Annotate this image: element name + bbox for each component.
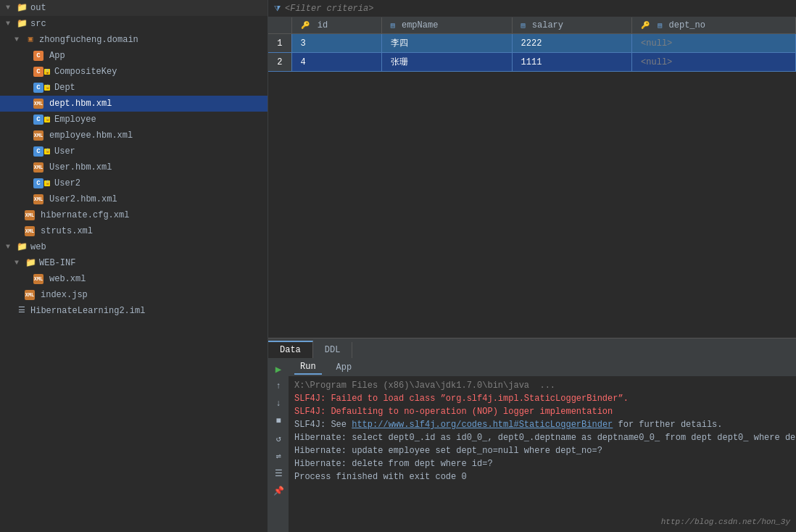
filter-icon: ⧩ xyxy=(274,4,281,13)
tree-item-User[interactable]: C 🔒 User xyxy=(0,144,268,159)
tree-item-User-hbm[interactable]: XML User.hbm.xml xyxy=(0,159,268,175)
arrow-hibernate-cfg xyxy=(14,211,23,220)
run-button[interactable]: ▶ xyxy=(270,361,286,377)
col-label-dept_no: dept_no xyxy=(669,20,705,30)
cell-id: 3 xyxy=(291,34,381,53)
icon-composite-CompositeKey: C 🔒 xyxy=(33,67,50,77)
arrow-App xyxy=(23,51,32,60)
lock-icon-User: 🔒 xyxy=(44,149,50,154)
down-button[interactable]: ↓ xyxy=(270,396,286,412)
tree-label-User2-hbm: User2.hbm.xml xyxy=(49,194,117,204)
row-num-header xyxy=(268,17,291,34)
console-line: Hibernate: update employee set dept_no=n… xyxy=(294,444,796,457)
icon-composite-Dept: C 🔒 xyxy=(33,83,50,93)
arrow-User-hbm xyxy=(23,163,32,172)
console-link[interactable]: http://www.slf4j.org/codes.html#StaticLo… xyxy=(352,420,613,430)
tree-label-iml: HibernateLearning2.iml xyxy=(30,306,145,316)
arrow-User2 xyxy=(23,179,32,188)
class-icon-CompositeKey: C xyxy=(33,67,43,77)
xml-icon-web-xml: XML xyxy=(33,274,43,284)
folder-icon-out: 📁 xyxy=(16,2,28,14)
wrap-button[interactable]: ⇌ xyxy=(270,448,286,464)
class-icon-Employee: C xyxy=(33,115,43,125)
console-header: Run App xyxy=(289,359,796,376)
console-area: Run App X:\Program Files (x86)\Java\jdk1… xyxy=(289,358,796,532)
folder-icon-WEB-INF: 📁 xyxy=(25,257,36,269)
arrow-Employee xyxy=(23,115,32,124)
console-app-tab[interactable]: App xyxy=(331,361,358,374)
tree-item-web-xml[interactable]: XML web.xml xyxy=(0,271,268,287)
console-line: X:\Program Files (x86)\Java\jdk1.7.0\bin… xyxy=(294,379,796,392)
key-icon-dept_no: 🔑 xyxy=(641,22,650,30)
tab-bar: Data DDL xyxy=(268,338,796,358)
tree-item-CompositeKey[interactable]: C 🔒 CompositeKey xyxy=(0,64,268,80)
filter-bar[interactable]: ⧩ <Filter criteria> xyxy=(268,0,796,17)
tree-item-App[interactable]: C App xyxy=(0,48,268,64)
tree-label-index-jsp: index.jsp xyxy=(41,290,88,300)
console-line: SLF4J: Failed to load class ”org.slf4j.i… xyxy=(294,392,796,405)
arrow-web-xml xyxy=(23,275,32,283)
tree-item-hibernate-cfg[interactable]: XML hibernate.cfg.xml xyxy=(0,207,268,223)
arrow-dept-hbm xyxy=(23,99,32,108)
db-table: 🔑 id ▤ empName ▤ salary xyxy=(268,17,796,72)
console-run-tab[interactable]: Run xyxy=(294,360,322,375)
tree-item-package[interactable]: ▣ zhongfucheng.domain xyxy=(0,32,268,48)
xml-icon-employee-hbm: XML xyxy=(33,130,43,141)
icon-composite-User: C 🔒 xyxy=(33,146,50,157)
cell-salary: 1111 xyxy=(512,53,632,72)
table-body: 13李四2222<null>24张珊1111<null> xyxy=(268,34,796,72)
console-line: SLF4J: Defaulting to no-operation (NOP) … xyxy=(294,405,796,418)
icon-composite-web-xml: XML xyxy=(33,274,43,284)
console-content: X:\Program Files (x86)\Java\jdk1.7.0\bin… xyxy=(289,376,796,532)
console-line: Process finished with exit code 0 xyxy=(294,470,796,483)
folder-icon-src: 📁 xyxy=(16,18,28,30)
arrow-User xyxy=(23,147,32,156)
arrow-CompositeKey xyxy=(23,67,32,76)
stop-button[interactable]: ■ xyxy=(270,413,286,429)
row-number: 2 xyxy=(268,53,291,72)
tab-data[interactable]: Data xyxy=(268,341,313,358)
arrow-out xyxy=(6,4,14,12)
tree-item-employee-hbm[interactable]: XML employee.hbm.xml xyxy=(0,128,268,144)
tree-item-Dept[interactable]: C 🔒 Dept xyxy=(0,80,268,96)
icon-composite-Employee: C 🔒 xyxy=(33,115,50,125)
restart-button[interactable]: ↺ xyxy=(270,431,286,446)
tree-item-index-jsp[interactable]: XML index.jsp xyxy=(0,287,268,303)
pin-button[interactable]: 📌 xyxy=(270,483,286,499)
arrow-employee-hbm xyxy=(23,131,32,140)
file-tree[interactable]: 📁 out 📁 src ▣ zhongfucheng.domain C App xyxy=(0,0,268,532)
tree-item-out[interactable]: 📁 out xyxy=(0,0,268,16)
tree-label-Employee: Employee xyxy=(54,115,96,125)
row-number: 1 xyxy=(268,34,291,53)
db-table-container[interactable]: 🔑 id ▤ empName ▤ salary xyxy=(268,17,796,338)
xml-icon-User-hbm: XML xyxy=(33,162,43,173)
console-line: Hibernate: delete from dept where id=? xyxy=(294,457,796,470)
cell-salary: 2222 xyxy=(512,34,632,53)
col-header-empName: ▤ empName xyxy=(381,17,512,34)
col-header-salary: ▤ salary xyxy=(512,17,632,34)
tree-item-WEB-INF[interactable]: 📁 WEB-INF xyxy=(0,255,268,271)
table-row[interactable]: 13李四2222<null> xyxy=(268,34,796,53)
tree-item-web[interactable]: 📁 web xyxy=(0,239,268,255)
table-row[interactable]: 24张珊1111<null> xyxy=(268,53,796,72)
tree-item-iml[interactable]: ☰ HibernateLearning2.iml xyxy=(0,303,268,319)
tab-ddl[interactable]: DDL xyxy=(313,342,353,358)
up-button[interactable]: ↑ xyxy=(270,378,286,394)
arrow-index-jsp xyxy=(14,291,23,299)
tree-label-User2: User2 xyxy=(54,178,80,188)
icon-composite-App: C xyxy=(33,51,43,61)
tree-label-web-xml: web.xml xyxy=(49,274,86,284)
filter-console-button[interactable]: ☰ xyxy=(270,465,286,481)
tree-item-Employee[interactable]: C 🔒 Employee xyxy=(0,112,268,128)
icon-composite-User2-hbm: XML xyxy=(33,194,43,204)
tree-item-dept-hbm[interactable]: XML dept.hbm.xml xyxy=(0,96,268,112)
arrow-package xyxy=(14,36,23,44)
col-label-empName: empName xyxy=(402,20,438,30)
tree-item-src[interactable]: 📁 src xyxy=(0,16,268,32)
arrow-Dept xyxy=(23,83,32,92)
tree-item-struts-xml[interactable]: XML struts.xml xyxy=(0,223,268,239)
xml-icon-struts-xml: XML xyxy=(25,226,35,236)
tree-label-WEB-INF: WEB-INF xyxy=(39,258,75,268)
tree-item-User2-hbm[interactable]: XML User2.hbm.xml xyxy=(0,191,268,207)
tree-item-User2[interactable]: C 🔒 User2 xyxy=(0,175,268,191)
